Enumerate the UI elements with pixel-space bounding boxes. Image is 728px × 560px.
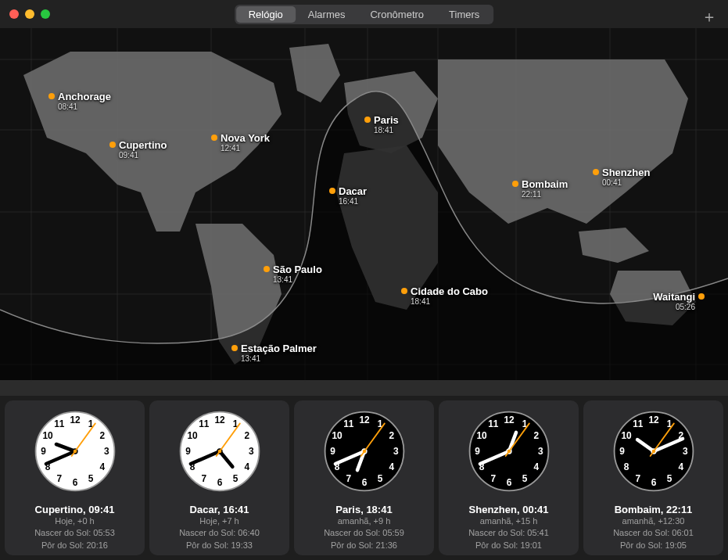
world-clock-map: Anchorage 08:41 Cupertino 09:41 Nova Yor… (0, 28, 728, 396)
city-name: Nova York (221, 132, 270, 144)
clock-offset: amanhã, +15 h (480, 515, 538, 527)
city-dot-icon (593, 169, 599, 175)
clock-city-time: Cupertino, 09:41 (35, 504, 115, 515)
city-name: Cupertino (119, 139, 167, 151)
svg-text:3: 3 (393, 446, 399, 457)
svg-text:9: 9 (330, 446, 335, 457)
city-name: São Paulo (273, 264, 322, 275)
svg-text:11: 11 (633, 418, 644, 429)
svg-text:5: 5 (377, 473, 382, 484)
city-time: 09:41 (109, 151, 167, 160)
svg-text:7: 7 (201, 473, 206, 484)
city-pin-palmer[interactable]: Estação Palmer 13:41 (231, 343, 317, 363)
tab-alarmes[interactable]: Alarmes (296, 6, 358, 23)
svg-text:6: 6 (361, 477, 367, 488)
svg-text:9: 9 (475, 446, 480, 457)
svg-point-86 (507, 450, 511, 454)
clock-card[interactable]: 123456789101112 Paris, 18:41 amanhã, +9 … (294, 400, 434, 555)
svg-text:3: 3 (104, 446, 109, 457)
svg-text:11: 11 (54, 418, 65, 429)
tab-cronometro[interactable]: Cronômetro (357, 6, 436, 23)
city-dot-icon (48, 93, 55, 99)
svg-text:4: 4 (99, 461, 105, 472)
city-time: 08:41 (48, 102, 111, 111)
clock-card[interactable]: 123456789101112 Bombaim, 22:11 amanhã, +… (583, 400, 723, 555)
svg-text:8: 8 (623, 461, 629, 472)
city-pin-bombaim[interactable]: Bombaim 22:11 (512, 178, 568, 199)
svg-text:7: 7 (56, 473, 62, 484)
svg-text:4: 4 (244, 461, 249, 472)
svg-text:12: 12 (648, 415, 659, 425)
add-button[interactable]: ＋ (701, 6, 717, 27)
city-dot-icon (264, 266, 270, 272)
svg-text:3: 3 (249, 446, 254, 457)
svg-text:12: 12 (70, 415, 81, 425)
city-dot-icon (401, 288, 407, 294)
city-dot-icon (329, 188, 335, 194)
clock-card[interactable]: 123456789101112 Dacar, 16:41 Hoje, +7 h … (149, 400, 289, 555)
city-pin-cabo[interactable]: Cidade do Cabo 18:41 (401, 285, 488, 306)
svg-text:10: 10 (621, 430, 632, 441)
svg-text:9: 9 (619, 446, 625, 457)
svg-text:5: 5 (666, 473, 672, 484)
minimize-window-button[interactable] (25, 9, 34, 19)
city-pin-cupertino[interactable]: Cupertino 09:41 (109, 139, 167, 160)
city-time: 18:41 (401, 297, 488, 306)
city-dot-icon (231, 345, 238, 351)
clock-sunset: Pôr do Sol: 21:36 (331, 540, 397, 551)
clock-offset: amanhã, +12:30 (622, 515, 685, 527)
zoom-window-button[interactable] (41, 9, 50, 19)
city-time: 16:41 (329, 197, 367, 206)
svg-text:6: 6 (72, 477, 77, 488)
city-pins-layer: Anchorage 08:41 Cupertino 09:41 Nova Yor… (0, 28, 728, 396)
clock-card[interactable]: 123456789101112 Cupertino, 09:41 Hoje, +… (5, 400, 145, 555)
city-name: Dacar (339, 185, 367, 197)
clock-sunrise: Nascer do Sol: 05:53 (34, 527, 115, 539)
city-pin-waitangi[interactable]: Waitangi 05:26 (653, 291, 705, 311)
city-pin-novayork[interactable]: Nova York 12:41 (211, 132, 270, 153)
close-window-button[interactable] (9, 9, 19, 19)
clock-sunset: Pôr do Sol: 19:05 (620, 540, 687, 551)
svg-text:3: 3 (683, 446, 688, 457)
svg-text:5: 5 (88, 473, 93, 484)
svg-point-32 (73, 450, 77, 454)
clock-offset: amanhã, +9 h (338, 515, 391, 527)
svg-text:2: 2 (389, 430, 394, 441)
city-pin-saopaulo[interactable]: São Paulo 13:41 (264, 264, 322, 284)
city-time: 22:11 (512, 190, 568, 199)
svg-text:5: 5 (522, 473, 527, 484)
clock-sunrise: Nascer do Sol: 05:59 (324, 527, 404, 539)
city-pin-paris[interactable]: Paris 18:41 (364, 114, 399, 135)
svg-text:4: 4 (533, 461, 539, 472)
svg-text:11: 11 (343, 418, 354, 429)
clock-city-time: Bombaim, 22:11 (615, 504, 693, 515)
svg-text:10: 10 (332, 430, 342, 441)
city-time: 00:41 (593, 178, 650, 187)
svg-point-68 (362, 450, 366, 454)
svg-text:12: 12 (214, 415, 225, 425)
analog-clock-face: 123456789101112 (466, 408, 552, 497)
svg-text:7: 7 (635, 473, 640, 484)
clock-city-time: Dacar, 16:41 (190, 504, 249, 515)
analog-clock-face: 123456789101112 (177, 408, 263, 497)
city-pin-shenzhen[interactable]: Shenzhen 00:41 (593, 167, 650, 187)
svg-text:2: 2 (244, 430, 249, 441)
svg-point-104 (651, 450, 655, 454)
city-pin-anchorage[interactable]: Anchorage 08:41 (48, 91, 111, 111)
svg-text:9: 9 (185, 446, 191, 457)
tab-relogio[interactable]: Relógio (236, 6, 296, 23)
city-dot-icon (698, 293, 705, 300)
svg-text:3: 3 (538, 446, 543, 457)
tab-timers[interactable]: Timers (436, 6, 492, 23)
clock-city-time: Shenzhen, 00:41 (469, 504, 549, 515)
svg-text:5: 5 (232, 473, 238, 484)
clock-card[interactable]: 123456789101112 Shenzhen, 00:41 amanhã, … (439, 400, 579, 555)
svg-text:9: 9 (41, 446, 46, 457)
city-pin-dacar[interactable]: Dacar 16:41 (329, 185, 367, 206)
city-dot-icon (364, 117, 371, 123)
city-time: 12:41 (211, 144, 270, 153)
svg-text:6: 6 (217, 477, 222, 488)
svg-text:10: 10 (187, 430, 198, 441)
clock-sunrise: Nascer do Sol: 06:40 (179, 527, 260, 539)
svg-text:4: 4 (389, 461, 394, 472)
